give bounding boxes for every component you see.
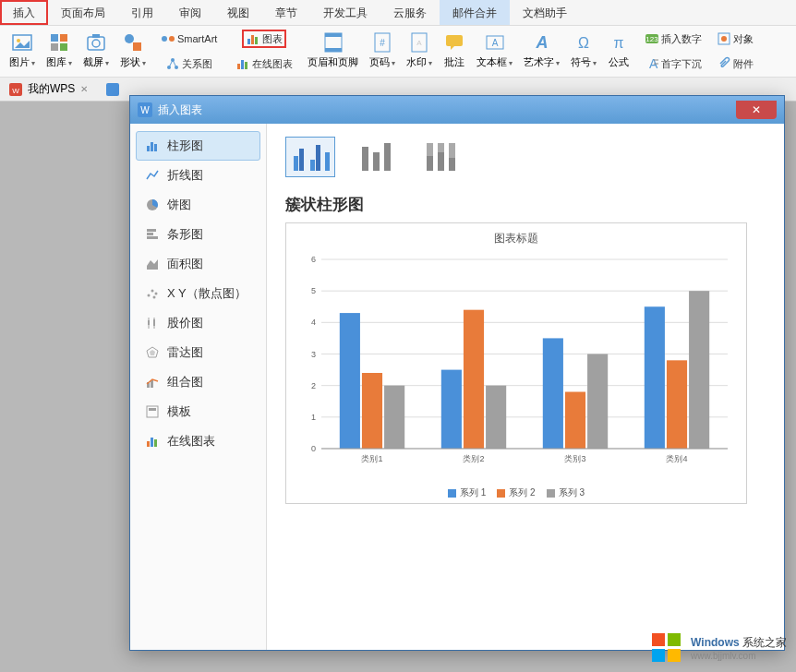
svg-rect-7 (92, 34, 100, 38)
svg-rect-116 (667, 360, 687, 449)
tool-object[interactable]: 对象 (713, 30, 757, 48)
chart-legend: 系列 1 系列 2 系列 3 (294, 486, 739, 499)
tool-gallery[interactable]: 图库▾ (41, 30, 78, 73)
svg-point-58 (148, 294, 151, 297)
svg-text:A: A (492, 38, 499, 48)
tool-watermark[interactable]: A 水印▾ (401, 30, 438, 73)
tool-insert-number[interactable]: 123插入数字 (641, 30, 706, 48)
tool-comment[interactable]: 批注 (438, 30, 471, 73)
ribbon-tab-mail-merge[interactable]: 邮件合并 (440, 0, 510, 25)
chart-type-template[interactable]: 模板 (136, 397, 260, 426)
chart-type-pie[interactable]: 饼图 (136, 190, 260, 220)
dialog-titlebar[interactable]: W 插入图表 ✕ (130, 96, 784, 124)
chart-type-column[interactable]: 柱形图 (136, 131, 260, 161)
watermark-icon: A (408, 31, 430, 54)
tool-drop-cap[interactable]: A首字下沉 (641, 54, 706, 73)
tool-group-smartart: SmartArt 关系图 (151, 30, 226, 73)
svg-rect-21 (237, 64, 240, 69)
chart-type-stock[interactable]: 股价图 (136, 308, 260, 338)
doc-tab-wps[interactable]: W 我的WPS ✕ (0, 78, 97, 101)
doc-tab-label: 我的WPS (28, 81, 75, 97)
insert-chart-dialog: W 插入图表 ✕ 柱形图 折线图 饼图 条形图 (129, 95, 785, 651)
tool-attachment[interactable]: 附件 (713, 54, 757, 73)
chart-preview-box[interactable]: 图表标题 0123456类别1类别2类别3类别4 系列 1 系列 2 系列 3 (285, 222, 747, 504)
tool-wordart[interactable]: A 艺术字▾ (518, 30, 565, 73)
doc-tab-2[interactable] (97, 78, 128, 101)
svg-point-12 (169, 36, 175, 42)
ribbon-tab-sections[interactable]: 章节 (262, 0, 310, 25)
chart-inner-title: 图表标题 (294, 231, 739, 246)
chart-canvas: 0123456类别1类别2类别3类别4 (294, 250, 739, 481)
chart-type-combo[interactable]: 组合图 (136, 367, 260, 397)
ribbon-tab-page-layout[interactable]: 页面布局 (48, 0, 118, 25)
tool-header-footer[interactable]: 页眉和页脚 (302, 30, 364, 73)
ribbon-tab-review[interactable]: 审阅 (166, 0, 214, 25)
tool-page-number[interactable]: # 页码▾ (364, 30, 401, 73)
tool-equation[interactable]: π 公式 (602, 30, 635, 73)
wordart-icon: A (531, 31, 553, 54)
ribbon-tab-view[interactable]: 视图 (214, 0, 262, 25)
svg-rect-107 (441, 370, 462, 449)
svg-text:A: A (535, 33, 548, 52)
doc-tab-close[interactable]: ✕ (80, 84, 88, 94)
tool-chart[interactable]: 图表 (242, 30, 286, 48)
svg-rect-88 (449, 158, 455, 171)
chart-type-bar[interactable]: 条形图 (136, 220, 260, 249)
svg-rect-23 (245, 62, 247, 69)
svg-rect-78 (316, 145, 320, 171)
chart-type-area[interactable]: 面积图 (136, 249, 260, 279)
svg-rect-81 (373, 152, 380, 171)
svg-rect-84 (427, 156, 433, 171)
svg-rect-31 (446, 35, 463, 46)
tool-relation[interactable]: 关系图 (162, 54, 216, 73)
ribbon-tab-insert[interactable]: 插入 (0, 0, 48, 25)
tool-symbol[interactable]: Ω 符号▾ (565, 30, 602, 73)
chart-type-sidebar: 柱形图 折线图 饼图 条形图 面积图 X Y（散点图） (130, 124, 267, 650)
svg-rect-104 (362, 373, 382, 449)
tool-textbox[interactable]: A 文本框▾ (471, 30, 518, 73)
svg-rect-113 (587, 354, 608, 450)
svg-line-17 (173, 60, 176, 67)
svg-point-9 (125, 34, 134, 43)
tool-screenshot[interactable]: 截屏▾ (78, 30, 115, 73)
svg-rect-112 (565, 392, 585, 450)
chart-subtype-title: 簇状柱形图 (285, 194, 766, 215)
chart-subtype-row (285, 137, 766, 177)
svg-text:#: # (380, 38, 386, 48)
shapes-icon (122, 31, 144, 54)
ribbon-tab-references[interactable]: 引用 (118, 0, 166, 25)
ribbon-tab-developer[interactable]: 开发工具 (310, 0, 380, 25)
tool-smartart[interactable]: SmartArt (157, 30, 221, 48)
svg-rect-18 (247, 39, 250, 44)
svg-rect-76 (299, 149, 304, 171)
svg-rect-50 (147, 146, 150, 151)
svg-marker-32 (451, 46, 454, 50)
svg-rect-47 (106, 83, 119, 96)
tool-shapes[interactable]: 形状▾ (115, 30, 151, 73)
tool-online-chart[interactable]: 在线图表 (232, 54, 296, 73)
subtype-clustered[interactable] (285, 137, 335, 177)
svg-text:类别2: 类别2 (463, 454, 484, 463)
dialog-close-button[interactable]: ✕ (736, 101, 777, 119)
chart-preview-panel: 簇状柱形图 图表标题 0123456类别1类别2类别3类别4 系列 1 系列 2… (267, 124, 784, 650)
ribbon-tab-cloud[interactable]: 云服务 (380, 0, 440, 25)
attachment-icon (717, 56, 731, 71)
dropcap-icon: A (645, 56, 659, 71)
subtype-100stacked[interactable] (415, 137, 464, 177)
svg-rect-51 (151, 142, 153, 151)
chart-type-radar[interactable]: 雷达图 (136, 338, 260, 367)
comment-icon (443, 31, 465, 54)
ribbon-tab-doc-helper[interactable]: 文档助手 (510, 0, 580, 25)
svg-rect-70 (147, 406, 158, 417)
chart-type-scatter[interactable]: X Y（散点图） (136, 279, 260, 308)
tool-picture[interactable]: 图片▾ (4, 30, 41, 73)
svg-rect-19 (251, 35, 254, 44)
chart-type-line[interactable]: 折线图 (136, 161, 260, 190)
windows-logo-icon (650, 631, 683, 665)
svg-rect-120 (652, 633, 665, 646)
subtype-stacked[interactable] (350, 137, 400, 177)
clustered-thumb-icon (290, 139, 331, 173)
svg-text:W: W (12, 87, 19, 95)
smartart-icon (161, 31, 175, 46)
chart-type-online[interactable]: 在线图表 (136, 426, 260, 456)
